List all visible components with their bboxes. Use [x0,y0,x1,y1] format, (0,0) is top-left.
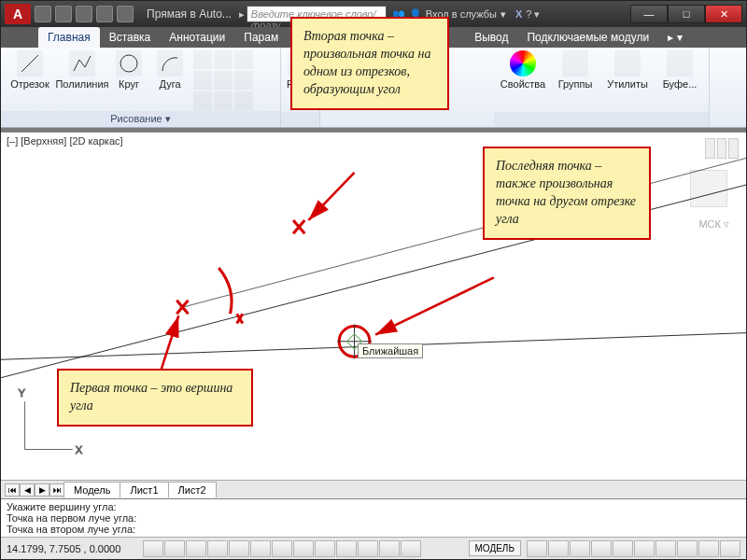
tab-sheet1[interactable]: Лист1 [120,482,168,497]
osnap-toggle[interactable] [229,540,249,557]
tab-model[interactable]: Модель [63,482,120,497]
layout-tabs: ⏮ ◀ ▶ ⏭ Модель Лист1 Лист2 [1,480,746,498]
arc-button[interactable]: Дуга [152,50,188,90]
chevron-down-icon: ▾ [500,8,506,21]
snap-toggle[interactable] [143,540,163,557]
callout-second-point: Вторая точка – произвольная точка на одн… [290,17,449,110]
workspace-icon[interactable] [634,540,655,557]
help-icon[interactable]: ? ▾ [526,8,540,21]
props-label: Свойства [500,78,545,90]
buffer-button[interactable]: Буфе... [656,50,703,90]
groups-button[interactable]: Группы [552,50,599,90]
tab-overflow-icon[interactable]: ▸ ▾ [658,27,691,48]
tab-first-icon[interactable]: ⏮ [5,483,20,497]
maximize-button[interactable]: □ [668,5,705,23]
autoscale-icon[interactable] [613,540,633,557]
point-icon[interactable] [234,71,253,90]
tab-output[interactable]: Вывод [465,27,517,48]
lwt-toggle[interactable] [336,540,357,557]
rect-icon[interactable] [193,50,212,69]
buffer-label: Буфе... [663,78,698,90]
ortho-toggle[interactable] [186,540,206,557]
line-icon [17,50,43,77]
polyline-icon [69,50,95,77]
hardwareaccel-icon[interactable] [677,540,698,557]
drawing-canvas[interactable]: [–] [Верхняя] [2D каркас] МСК ▿ [1,132,746,480]
qat-undo-icon[interactable] [96,6,113,22]
cmd-line-2: Точка на первом луче угла: [7,512,740,524]
tab-annotations[interactable]: Аннотации [160,27,234,48]
svg-line-4 [179,158,746,308]
table-icon[interactable] [214,91,233,110]
polyline-label: Полилиния [55,78,108,90]
cmd-line-1: Укажите вершину угла: [7,501,740,512]
dyn-toggle[interactable] [315,540,335,557]
qat-save-icon[interactable] [76,6,92,22]
command-history: Укажите вершину угла: Точка на первом лу… [1,498,746,537]
qat-redo-icon[interactable] [117,6,134,22]
cmd-line-3: Точка на втором луче угла: [7,524,740,535]
coord-readout[interactable]: 14.1799, 7.7505 , 0.0000 [7,543,137,554]
polar-toggle[interactable] [207,540,228,557]
tab-param[interactable]: Парам [234,27,288,48]
polyline-button[interactable]: Полилиния [59,50,106,90]
ellipse-icon[interactable] [234,50,253,69]
region-icon[interactable] [193,91,212,110]
tab-plugins[interactable]: Подключаемые модули [517,27,658,48]
revcloud-icon[interactable] [214,71,233,90]
space-indicator[interactable]: МОДЕЛЬ [469,540,521,556]
grid-toggle[interactable] [164,540,185,557]
tab-insert[interactable]: Вставка [100,27,161,48]
hatch-icon[interactable] [193,71,212,90]
qat-open-icon[interactable] [55,6,72,22]
groups-label: Группы [558,78,593,90]
callout-last-point: Последняя точка – также произвольная точ… [483,147,651,240]
svg-text:X: X [76,444,83,455]
annovis-icon[interactable] [591,540,612,557]
tab-next-icon[interactable]: ▶ [35,483,49,497]
circle-button[interactable]: Круг [111,50,147,90]
callout-first-point: Первая точка – это вершина угла [57,369,253,427]
arc-icon [157,50,183,77]
svg-line-14 [375,277,494,334]
circle-icon [116,50,142,77]
props-button[interactable]: Свойства [500,50,546,90]
search-caret-icon: ▸ [239,8,245,21]
tpy-toggle[interactable] [358,540,378,557]
cleanscreen-icon[interactable] [720,540,740,557]
tab-sheet2[interactable]: Лист2 [168,482,217,497]
status-right-toggles [527,540,740,557]
otrack-toggle[interactable] [272,540,292,557]
color-wheel-icon [510,50,536,77]
lock-icon[interactable] [655,540,676,557]
panel-draw: Отрезок Полилиния Круг Дуга [1,48,281,127]
sc-toggle[interactable] [401,540,421,557]
line-button[interactable]: Отрезок [7,50,53,90]
quickview-layouts-icon[interactable] [527,540,547,557]
helix-icon[interactable] [234,91,253,110]
snap-tooltip: Ближайшая [358,343,423,358]
utilities-button[interactable]: Утилиты [604,50,651,90]
tab-last-icon[interactable]: ⏭ [49,483,64,497]
tab-prev-icon[interactable]: ◀ [20,483,35,497]
svg-text:Y: Y [18,387,25,399]
spline-icon[interactable] [214,50,233,69]
minimize-button[interactable]: — [630,5,668,23]
ducs-toggle[interactable] [293,540,314,557]
tab-home[interactable]: Главная [38,27,100,48]
3dosnap-toggle[interactable] [250,540,271,557]
qat-new-icon[interactable] [35,6,51,22]
utilities-label: Утилиты [607,78,648,90]
svg-line-0 [21,55,38,72]
quickview-drawings-icon[interactable] [548,540,569,557]
calculator-icon [614,50,641,77]
exchange-icon[interactable]: X [515,8,522,20]
qp-toggle[interactable] [379,540,400,557]
app-logo[interactable]: A [5,4,31,24]
draw-panel-title[interactable]: Рисование ▾ [1,111,280,127]
isolate-icon[interactable] [698,540,719,557]
close-button[interactable]: ✕ [705,5,742,23]
svg-point-1 [120,55,137,72]
annoscale-icon[interactable] [570,540,590,557]
window-buttons: — □ ✕ [630,5,742,23]
